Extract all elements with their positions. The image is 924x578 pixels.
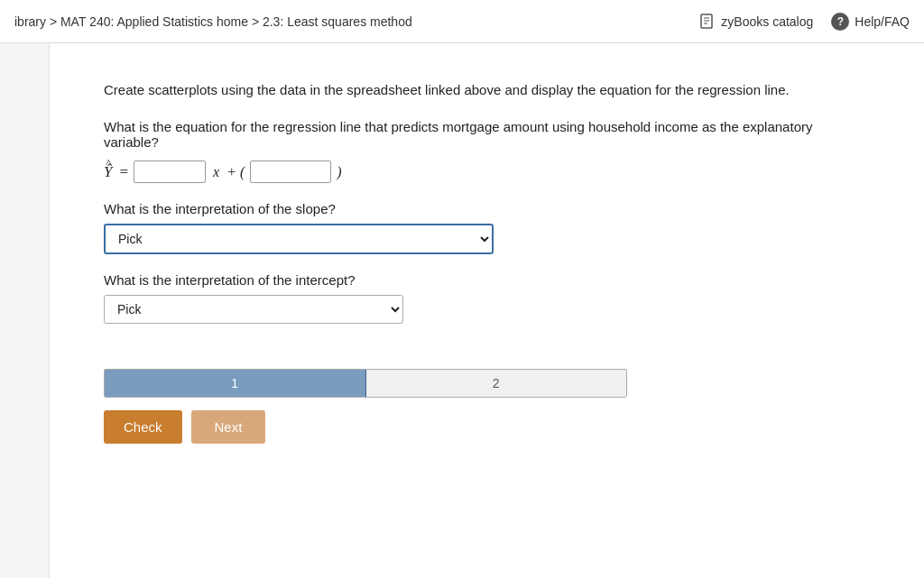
progress-segment-2: 2	[365, 370, 627, 397]
main-content: Create scatterplots using the data in th…	[50, 43, 924, 578]
help-icon: ?	[831, 13, 849, 31]
instruction-text: Create scatterplots using the data in th…	[104, 79, 870, 101]
help-link[interactable]: ? Help/FAQ	[831, 13, 910, 31]
progress-section: 1 2 Check Next	[104, 369, 870, 444]
left-sidebar	[0, 43, 50, 578]
catalog-link[interactable]: zyBooks catalog	[699, 14, 813, 30]
book-icon	[699, 14, 716, 30]
intercept-interpretation-block: What is the interpretation of the interc…	[104, 272, 870, 324]
y-hat-symbol: Ŷ	[104, 163, 112, 181]
slope-interpretation-label: What is the interpretation of the slope?	[104, 201, 870, 216]
help-label: Help/FAQ	[855, 14, 910, 29]
equation-row: Ŷ = x + ( )	[104, 161, 870, 183]
nav-right: zyBooks catalog ? Help/FAQ	[699, 13, 910, 31]
next-button[interactable]: Next	[191, 410, 266, 444]
slope-interpretation-block: What is the interpretation of the slope?…	[104, 201, 870, 254]
equals-sign: =	[119, 163, 128, 181]
slope-equation-label: What is the equation for the regression …	[104, 119, 870, 150]
check-button[interactable]: Check	[104, 410, 182, 444]
plus-paren: + (	[226, 164, 245, 180]
x-label: x	[213, 164, 219, 180]
progress-bar: 1 2	[104, 369, 627, 398]
intercept-input[interactable]	[250, 161, 331, 183]
regression-question-block: What is the equation for the regression …	[104, 119, 870, 183]
slope-dropdown[interactable]: Pick	[104, 224, 494, 254]
intercept-dropdown[interactable]: Pick	[104, 295, 403, 324]
intercept-interpretation-label: What is the interpretation of the interc…	[104, 272, 870, 288]
top-nav: ibrary > MAT 240: Applied Statistics hom…	[0, 0, 924, 43]
progress-segment-1: 1	[105, 370, 365, 397]
slope-input[interactable]	[134, 161, 206, 183]
page-wrapper: Create scatterplots using the data in th…	[0, 43, 924, 578]
close-paren: )	[337, 164, 341, 180]
button-row: Check Next	[104, 410, 870, 444]
breadcrumb: ibrary > MAT 240: Applied Statistics hom…	[14, 14, 412, 29]
catalog-label: zyBooks catalog	[721, 14, 813, 29]
